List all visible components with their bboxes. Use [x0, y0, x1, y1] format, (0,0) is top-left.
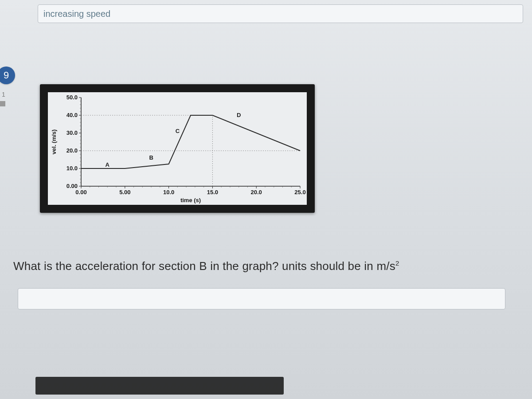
svg-text:10.0: 10.0 [163, 189, 174, 196]
svg-text:D: D [237, 112, 241, 118]
svg-text:time  (s): time (s) [180, 197, 201, 203]
svg-text:A: A [106, 161, 110, 168]
svg-text:0.00: 0.00 [66, 183, 78, 189]
page: 9 1 increasing speed 0.0010.020.030.040.… [0, 0, 532, 399]
svg-text:40.0: 40.0 [66, 112, 78, 118]
next-block-preview [35, 377, 284, 395]
svg-text:10.0: 10.0 [66, 165, 78, 172]
graph-canvas: 0.0010.020.030.040.050.00.005.0010.015.0… [48, 92, 307, 205]
svg-text:30.0: 30.0 [66, 129, 78, 136]
svg-text:B: B [149, 154, 153, 161]
question-text: What is the acceleration for section B i… [13, 259, 514, 273]
question-gutter: 9 1 [0, 0, 27, 399]
svg-text:15.0: 15.0 [207, 189, 218, 196]
svg-text:25.0: 25.0 [294, 189, 305, 196]
svg-text:50.0: 50.0 [66, 94, 78, 101]
velocity-time-chart: 0.0010.020.030.040.050.00.005.0010.015.0… [48, 92, 307, 205]
svg-text:5.00: 5.00 [119, 189, 130, 196]
gutter-mark: 1 [2, 91, 5, 98]
svg-text:20.0: 20.0 [251, 189, 262, 196]
question-number-badge[interactable]: 9 [0, 66, 15, 84]
graph-frame: 0.0010.020.030.040.050.00.005.0010.015.0… [40, 84, 315, 213]
svg-text:vel. (m/s): vel. (m/s) [51, 129, 57, 154]
svg-text:0.00: 0.00 [75, 189, 86, 196]
answer-input[interactable] [18, 288, 505, 309]
previous-answer-dropdown[interactable]: increasing speed [38, 4, 523, 23]
svg-text:20.0: 20.0 [66, 147, 78, 154]
svg-text:C: C [176, 128, 180, 134]
gutter-icon [0, 101, 5, 106]
previous-answer-text: increasing speed [43, 9, 110, 19]
